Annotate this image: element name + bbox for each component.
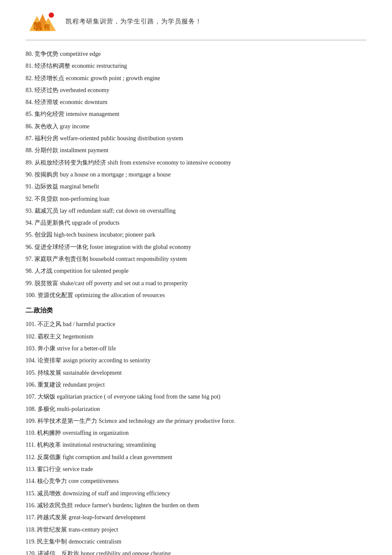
list-item: 115. 减员增效 downsizing of staff and improv… [26,488,366,499]
list-item: 87. 福利分房 welfare-oriented public housing… [26,133,366,144]
list-item: 109. 科学技术是第一生产力 Science and technology a… [26,415,366,427]
list-item: 120. 讲诚信、反欺诈 honor credibility and oppos… [26,548,366,555]
list-item: 102. 霸权主义 hegemonism [26,331,366,342]
list-item: 100. 资源优化配置 optimizing the allocation of… [26,289,366,301]
list-item: 85. 集约化经营 intensive management [26,108,366,120]
list-item: 82. 经济增长点 economic growth point ; growth… [26,72,366,84]
list-item: 95. 创业园 high-tech business incubator; pi… [26,229,366,240]
list-item: 117. 跨越式发展 great-leap-forward developmen… [26,512,366,523]
page: 凯 程 凯程考研集训营，为学生引路，为学员服务！ 80. 竞争优势 compet… [0,0,392,555]
list-item: 96. 促进全球经济一体化 foster integration with th… [26,241,366,253]
svg-text:凯: 凯 [33,21,42,31]
list-item: 98. 人才战 competition for talented people [26,265,366,277]
list-item: 93. 裁减冗员 lay off redundant staff; cut do… [26,205,366,217]
list-item: 86. 灰色收入 gray income [26,121,366,132]
logo-area: 凯 程 凯程考研集训营，为学生引路，为学员服务！ [26,8,202,35]
list-item: 94. 产品更新换代 upgrade of products [26,217,366,228]
logo-icon: 凯 程 [26,8,60,35]
list-item: 90. 按揭购房 buy a house on a mortgage ; mor… [26,169,366,180]
header: 凯 程 凯程考研集训营，为学生引路，为学员服务！ [26,0,366,40]
section2: 二.政治类 101. 不正之风 bad / harmful practice10… [26,304,366,555]
list-item: 89. 从租放经济转变为集约经济 shift from extensive ec… [26,157,366,168]
list-item: 108. 多极化 multi-polarization [26,403,366,415]
list-item: 114. 核心竞争力 core competitiveness [26,475,366,487]
list-item: 101. 不正之风 bad / harmful practice [26,318,366,330]
list-item: 91. 边际效益 marginal benefit [26,181,366,192]
list-item: 99. 脱贫致富 shake/cast off poverty and set … [26,278,366,289]
list-item: 103. 奔小康 strive for a better-off life [26,343,366,354]
list-item: 104. 论资排辈 assign priority according to s… [26,355,366,366]
list-item: 118. 跨世纪发展 trans-century project [26,524,366,535]
list-item: 80. 竞争优势 competitive edge [26,48,366,60]
svg-point-3 [49,12,54,17]
list-item: 97. 家庭联产承包责任制 household contract respons… [26,253,366,265]
content-area: 80. 竞争优势 competitive edge81. 经济结构调整 econ… [26,48,366,555]
list-item: 110. 机构臃肿 overstaffing in organization [26,427,366,439]
list-item: 105. 持续发展 sustainable development [26,367,366,379]
section1: 80. 竞争优势 competitive edge81. 经济结构调整 econ… [26,48,366,301]
list-item: 106. 重复建设 redundant project [26,379,366,390]
list-item: 88. 分期付款 installment payment [26,145,366,156]
section2-title: 二.政治类 [26,304,366,317]
svg-text:程: 程 [43,23,50,30]
list-item: 119. 民主集中制 democratic centralism [26,536,366,547]
list-item: 92. 不良贷款 non-performing loan [26,193,366,205]
list-item: 83. 经济过热 overheated economy [26,84,366,96]
list-item: 81. 经济结构调整 economic restructuring [26,60,366,72]
list-item: 84. 经济滑坡 economic downturn [26,96,366,108]
list-item: 111. 机构改革 institutional restructuring; s… [26,439,366,451]
list-item: 112. 反腐倡廉 fight corruption and build a c… [26,451,366,463]
header-slogan: 凯程考研集训营，为学生引路，为学员服务！ [66,17,202,26]
list-item: 113. 窗口行业 service trade [26,463,366,475]
list-item: 116. 减轻农民负担 reduce farmer's burdens; lig… [26,500,366,511]
list-item: 107. 大锅饭 egalitarian practice ( of every… [26,391,366,402]
